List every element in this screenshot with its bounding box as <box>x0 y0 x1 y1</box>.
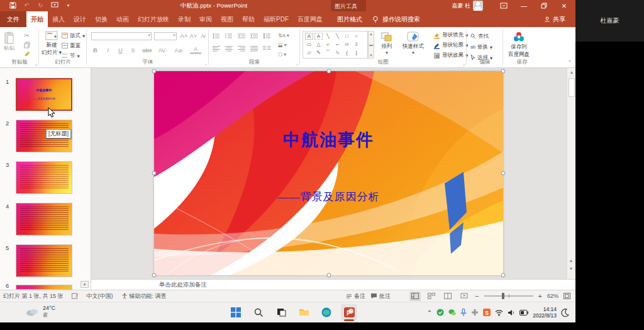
slide-sorter-view-button[interactable] <box>426 292 437 301</box>
tab-baidu-netdisk[interactable]: 百度网盘 <box>293 11 327 27</box>
collapse-ribbon-icon[interactable]: ⌃ <box>567 60 572 65</box>
tab-review[interactable]: 审阅 <box>195 11 216 27</box>
paste-button[interactable]: 粘贴 <box>4 31 14 52</box>
slide-thumbnail-1[interactable]: 中航油事件 ——背景及原因分析 <box>16 78 72 111</box>
zoom-slider[interactable] <box>484 295 533 297</box>
decrease-indent-icon[interactable] <box>238 33 245 39</box>
focus-assist-moon-icon[interactable] <box>561 309 569 317</box>
save-to-baidu-button[interactable]: 保存到 百度网盘 <box>508 31 530 59</box>
clipboard-dialog-launcher-icon[interactable]: ⌟ <box>35 61 37 66</box>
font-dialog-launcher-icon[interactable]: ⌟ <box>205 61 207 66</box>
volume-icon[interactable] <box>508 309 515 316</box>
start-button[interactable] <box>228 304 244 321</box>
format-painter-icon[interactable] <box>24 51 30 57</box>
quick-styles-button[interactable]: 快速样式▾ <box>402 31 424 55</box>
slide-canvas[interactable]: 中航油事件 ——背景及原因分析 <box>154 71 503 275</box>
share-button[interactable]: 共享 <box>544 11 565 27</box>
tab-picture-format[interactable]: 图片格式 <box>331 11 369 27</box>
layout-button[interactable]: 版式 ▾ <box>62 31 85 40</box>
tab-home[interactable]: 开始 <box>26 11 48 27</box>
shape-outline-button[interactable]: 形状轮廓 ▾ <box>433 41 468 50</box>
text-direction-icon[interactable]: ⇅A ▾ <box>278 33 289 38</box>
tab-file[interactable]: 文件 <box>0 11 26 27</box>
selection-handle-sw[interactable] <box>152 273 157 278</box>
font-color-button[interactable]: A <box>190 45 201 54</box>
align-center-icon[interactable] <box>225 45 233 52</box>
tab-help[interactable]: 帮助 <box>238 11 259 27</box>
change-case-button[interactable]: Aa· <box>173 47 186 54</box>
grow-font-icon[interactable]: A˄ <box>180 32 188 39</box>
wifi-icon[interactable] <box>495 309 503 316</box>
drawing-dialog-launcher-icon[interactable]: ⌟ <box>463 61 465 66</box>
tell-me-search[interactable]: 操作说明搜索 <box>372 11 420 27</box>
weather-widget[interactable]: 24°C 雾 <box>25 305 55 319</box>
task-view-button[interactable] <box>273 304 289 321</box>
comments-toggle[interactable]: 批注 <box>370 292 391 300</box>
numbering-icon[interactable] <box>225 33 233 39</box>
zoom-in-icon[interactable]: + <box>538 292 542 300</box>
language-status[interactable]: 中文(中国) <box>87 292 113 300</box>
cut-icon[interactable]: ✂ <box>24 32 30 39</box>
selection-handle-se[interactable] <box>501 273 506 278</box>
save-icon[interactable] <box>9 1 17 9</box>
selection-handle-n[interactable] <box>326 69 331 74</box>
tab-slideshow[interactable]: 幻灯片放映 <box>133 11 174 27</box>
shrink-font-icon[interactable]: A˅ <box>189 32 197 39</box>
copy-icon[interactable] <box>24 42 30 48</box>
bullets-icon[interactable] <box>213 33 220 39</box>
notes-toggle[interactable]: 备注 <box>346 292 365 300</box>
selection-handle-e[interactable] <box>501 171 506 176</box>
clock-widget[interactable]: 14:14 2022/8/13 <box>533 306 557 319</box>
tray-sogou-icon[interactable]: S <box>483 309 491 316</box>
align-left-icon[interactable] <box>213 45 220 52</box>
scroll-up-icon[interactable]: ▲ <box>567 68 575 76</box>
fit-to-window-icon[interactable] <box>564 293 570 299</box>
zoom-out-icon[interactable]: − <box>475 292 479 300</box>
shape-gallery[interactable]: A A ╲╲ □○ ▭△ ⌐⌐ ⇨⇩ ▱✎ ⌒∿ {} ▲▬▼ <box>303 31 368 59</box>
replace-button[interactable]: ab替换 ▾ <box>470 43 492 51</box>
ribbon-display-options-icon[interactable] <box>496 0 512 11</box>
notes-placeholder[interactable]: 单击此处添加备注 <box>159 281 207 289</box>
selection-handle-w[interactable] <box>152 171 157 176</box>
paragraph-dialog-launcher-icon[interactable]: ⌟ <box>296 61 298 66</box>
shape-gallery-scrollbar[interactable]: ▲▬▼ <box>368 31 374 59</box>
scrollbar-thumb[interactable] <box>569 78 575 97</box>
tab-transitions[interactable]: 切换 <box>91 11 112 27</box>
increase-indent-icon[interactable] <box>250 33 258 39</box>
battery-icon[interactable] <box>519 310 528 316</box>
bold-button[interactable]: B <box>91 47 99 54</box>
slide-subtitle-text[interactable]: ——背景及原因分析 <box>154 190 503 204</box>
slide-thumbnail-3[interactable] <box>16 161 72 194</box>
font-name-combobox[interactable] <box>91 32 152 40</box>
account-name[interactable]: 嘉豪 杜 <box>452 2 470 10</box>
file-explorer-button[interactable] <box>296 304 312 321</box>
powerpoint-taskbar-button[interactable]: P <box>341 304 357 321</box>
selection-handle-s[interactable] <box>326 273 331 278</box>
minimize-button[interactable]: — <box>516 0 532 11</box>
columns-icon[interactable] <box>263 45 270 52</box>
slideshow-view-button[interactable] <box>458 292 470 301</box>
restore-button[interactable] <box>536 0 552 11</box>
shape-fill-button[interactable]: 形状填充 ▾ <box>433 31 468 40</box>
tab-foxit-pdf[interactable]: 福昕PDF <box>259 11 293 27</box>
next-slide-icon[interactable]: ▼ <box>567 265 575 273</box>
tray-expand-icon[interactable]: ⌃ <box>427 309 432 316</box>
new-slide-button[interactable]: 新建 幻灯片 ▾ <box>42 31 62 57</box>
notes-splitter-icon[interactable]: ▾ <box>80 281 89 288</box>
character-spacing-button[interactable]: AV· <box>157 47 169 54</box>
tab-record[interactable]: 录制 <box>174 11 195 27</box>
italic-button[interactable]: I <box>104 47 112 54</box>
accessibility-status[interactable]: 辅助功能: 调查 <box>121 292 167 300</box>
notes-pane[interactable]: 单击此处添加备注 <box>91 279 575 290</box>
slide-thumbnail-5[interactable] <box>16 244 72 277</box>
text-shadow-button[interactable]: S <box>129 47 137 54</box>
zoom-slider-thumb[interactable] <box>502 293 504 299</box>
selection-handle-nw[interactable] <box>152 69 157 74</box>
tray-shield-icon[interactable] <box>436 309 444 316</box>
zoom-level[interactable]: 62% <box>547 293 558 299</box>
reset-button[interactable]: 重置 <box>62 42 85 50</box>
account-avatar[interactable] <box>473 1 483 11</box>
qat-dropdown-icon[interactable]: ▾ <box>64 1 72 9</box>
edge-browser-button[interactable] <box>318 304 335 321</box>
search-button[interactable] <box>250 304 267 321</box>
